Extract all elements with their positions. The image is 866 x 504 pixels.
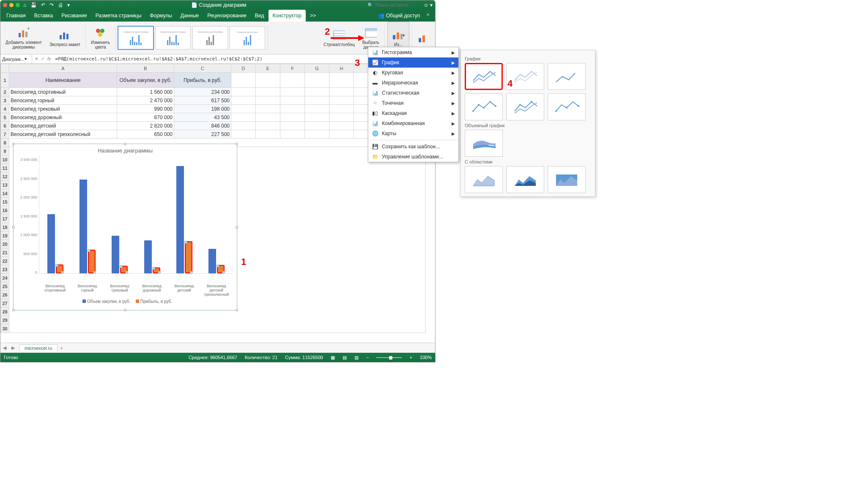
dd-combo[interactable]: 📊Комбинированная▶ <box>368 118 458 128</box>
col-header-e[interactable]: E <box>256 64 280 73</box>
sheet-nav-prev[interactable]: ◀ <box>0 345 9 351</box>
tab-draw[interactable]: Рисование <box>57 10 91 22</box>
home-icon[interactable]: ⌂ <box>23 2 26 8</box>
print-icon[interactable]: 🖨 <box>58 2 63 8</box>
move-chart-icon <box>417 32 430 44</box>
chart-style-1[interactable]: НАЗВАНИЕ ДИАГРАММЫ <box>118 26 153 49</box>
tab-view[interactable]: Вид <box>251 10 269 22</box>
col-header-f[interactable]: F <box>280 64 305 73</box>
dd-save-template[interactable]: 💾Сохранить как шаблон... <box>368 142 458 152</box>
name-box[interactable]: Диаграм... ▾ <box>0 54 32 63</box>
change-colors-button[interactable]: Изменить цвета <box>88 22 112 54</box>
sheet-nav-next[interactable]: ▶ <box>9 345 17 351</box>
close-window-icon[interactable] <box>3 3 7 7</box>
collapse-ribbon-icon[interactable]: ^ <box>422 10 433 22</box>
tab-home[interactable]: Главная <box>2 10 30 22</box>
zoom-in-icon[interactable]: + <box>409 355 412 360</box>
dd-stats[interactable]: 📊Статистическая▶ <box>368 88 458 98</box>
view-layout-icon[interactable]: ▤ <box>343 355 347 360</box>
status-sum: Сумма: 11526500 <box>285 355 323 360</box>
tab-layout[interactable]: Разметка страницы <box>91 10 146 22</box>
row-header[interactable]: 1 <box>1 73 9 88</box>
dd-hierarchy[interactable]: ▬Иерархическая▶ <box>368 78 458 88</box>
chart-style-4[interactable]: Название диаграммы <box>230 26 265 49</box>
dd-pie[interactable]: ◐Круговая▶ <box>368 68 458 78</box>
redo-icon[interactable]: ↷ <box>49 2 54 8</box>
sheet-tab[interactable]: microexcel.ru <box>19 344 58 351</box>
tab-data[interactable]: Данные <box>176 10 203 22</box>
svg-point-8 <box>100 29 104 33</box>
svg-point-31 <box>578 105 579 107</box>
express-layout-button[interactable]: Экспресс-макет <box>47 22 83 54</box>
dd-maps[interactable]: 🌐Карты▶ <box>368 128 458 139</box>
area-option-2[interactable] <box>506 166 544 193</box>
stats-icon: 📊 <box>372 90 378 96</box>
zoom-level[interactable]: 100% <box>420 355 432 360</box>
view-normal-icon[interactable]: ▦ <box>331 355 335 360</box>
ribbon-tabs: Главная Вставка Рисование Разметка стран… <box>0 10 435 22</box>
dd-line[interactable]: 📈График▶ <box>368 57 458 68</box>
sheet-tabs: ◀ ▶ microexcel.ru + <box>0 343 435 353</box>
fx-icon[interactable]: fx <box>47 56 51 62</box>
window-controls[interactable] <box>3 3 20 7</box>
chart-plot-area[interactable] <box>39 155 233 274</box>
line-chart-option-3[interactable] <box>548 63 586 90</box>
line-chart-option-5[interactable] <box>506 93 544 120</box>
tab-design[interactable]: Конструктор <box>269 10 306 22</box>
hierarchy-icon: ▬ <box>372 79 378 86</box>
tab-review[interactable]: Рецензирование <box>203 10 251 22</box>
cell[interactable]: Прибыль, в руб. <box>174 73 231 88</box>
undo-icon[interactable]: ↶ <box>41 2 45 8</box>
dd-waterfall[interactable]: ▮▯Каскадная▶ <box>368 108 458 118</box>
status-average: Среднее: 960541,6667 <box>189 355 237 360</box>
col-header-c[interactable]: C <box>174 64 231 73</box>
svg-rect-0 <box>19 33 21 37</box>
add-chart-element-button[interactable]: + Добавить элемент диаграммы <box>3 22 44 54</box>
svg-rect-16 <box>397 33 399 39</box>
user-icon[interactable]: ☺ ▾ <box>423 2 433 8</box>
svg-point-28 <box>531 101 532 103</box>
dd-histogram[interactable]: 📊Гистограмма▶ <box>368 47 458 57</box>
minimize-window-icon[interactable] <box>9 3 14 7</box>
line-chart-option-1[interactable] <box>465 63 503 90</box>
col-header-a[interactable]: A <box>9 64 117 73</box>
svg-point-23 <box>478 104 480 106</box>
tab-insert[interactable]: Вставка <box>30 10 58 22</box>
embedded-chart[interactable]: Название диаграммы 3 000 0002 500 0002 0… <box>13 144 237 311</box>
titlebar: ⌂ 💾 ↶ ↷ 🖨 ▾ 📄 Создание диаграмм 🔍 ☺ ▾ <box>0 0 435 10</box>
title-search-input[interactable] <box>375 3 417 8</box>
chart-legend[interactable]: Объем закупки, в руб. Прибыль, в руб. <box>14 297 237 306</box>
cancel-fx-icon[interactable]: ✕ <box>35 56 38 62</box>
accept-fx-icon[interactable]: ✓ <box>41 56 45 62</box>
line-chart-option-6[interactable] <box>548 93 586 120</box>
chart-style-2[interactable]: НАЗВАНИЕ ДИАГРАММЫ <box>155 26 191 49</box>
tab-more[interactable]: >> <box>306 10 320 22</box>
select-all-cell[interactable] <box>1 64 9 73</box>
area-option-1[interactable] <box>465 166 503 193</box>
dd-scatter[interactable]: ⁘Точечная▶ <box>368 98 458 108</box>
col-header-g[interactable]: G <box>305 64 329 73</box>
chart-style-3[interactable]: НАЗВАНИЕ ДИАГРАММЫ <box>192 26 228 49</box>
cell[interactable]: Объем закупки, в руб. <box>117 73 174 88</box>
chart-title[interactable]: Название диаграммы <box>14 144 237 155</box>
dd-manage-templates[interactable]: 📁Управление шаблонами... <box>368 152 458 162</box>
save-icon[interactable]: 💾 <box>30 2 37 8</box>
maximize-window-icon[interactable] <box>16 3 20 7</box>
add-sheet-button[interactable]: + <box>58 346 65 351</box>
chart-styles-gallery[interactable]: НАЗВАНИЕ ДИАГРАММЫ НАЗВАНИЕ ДИАГРАММЫ НА… <box>118 26 265 49</box>
zoom-out-icon[interactable]: − <box>366 355 369 360</box>
col-header-h[interactable]: H <box>329 64 354 73</box>
share-button[interactable]: 👥 Общий доступ <box>375 13 423 19</box>
cell[interactable]: Наименование <box>9 73 117 88</box>
manage-template-icon: 📁 <box>372 153 378 160</box>
change-type-icon: ▾ <box>392 29 405 41</box>
save-template-icon: 💾 <box>372 143 378 150</box>
line3d-option-1[interactable] <box>465 130 503 157</box>
view-break-icon[interactable]: ▥ <box>354 355 359 360</box>
area-option-3[interactable] <box>548 166 586 193</box>
col-header-d[interactable]: D <box>231 64 256 73</box>
col-header-b[interactable]: B <box>117 64 174 73</box>
chart-x-axis: Велосипед спортивныйВелосипед горныйВело… <box>14 282 237 297</box>
tab-formulas[interactable]: Формулы <box>146 10 176 22</box>
line-chart-option-4[interactable] <box>465 93 503 120</box>
